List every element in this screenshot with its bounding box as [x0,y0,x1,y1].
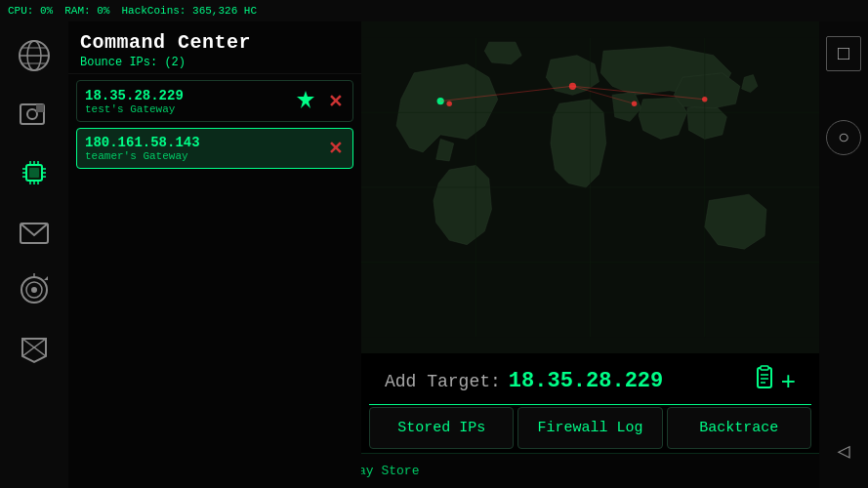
status-bar: CPU: 0% RAM: 0% HackCoins: 365,326 HC [0,0,868,21]
ip-address-2: 180.161.58.143 [85,135,326,150]
bottom-area: Add Target: 18.35.28.229 + Stored IPs Fi… [361,358,819,449]
bounce-ips-label: Bounce IPs: (2) [80,56,350,69]
back-button[interactable]: ◁ [826,433,861,468]
command-center-header: Command Center Bounce IPs: (2) [68,21,361,74]
add-ip-button[interactable]: + [781,366,796,396]
ip-info-1: 18.35.28.229 test's Gateway [85,88,293,115]
remove-ip-button-1[interactable]: ✕ [326,89,345,114]
svg-point-41 [446,102,451,106]
svg-rect-47 [761,366,768,370]
set-target-button-1[interactable] [293,87,318,115]
svg-rect-7 [36,104,44,112]
sidebar-item-chip[interactable] [8,146,61,199]
left-panel: Command Center Bounce IPs: (2) 18.35.28.… [68,21,361,488]
add-target-ip: 18.35.28.229 [509,369,663,393]
map-area [361,21,819,353]
command-center-title: Command Center [80,31,350,54]
sidebar [0,21,68,488]
right-panel: □ ○ ◁ [819,21,868,488]
tab-buttons: Stored IPs Firewall Log Backtrace [369,407,811,449]
sidebar-item-disk[interactable] [8,88,61,141]
cpu-stat: CPU: 0% [8,5,53,17]
tab-backtrace[interactable]: Backtrace [667,407,811,449]
svg-point-25 [31,287,37,293]
sidebar-item-road[interactable] [8,322,61,375]
square-button[interactable]: □ [826,36,861,71]
ip-gateway-2: teamer's Gateway [85,150,326,162]
tab-firewall-log[interactable]: Firewall Log [517,407,662,449]
remove-ip-button-2[interactable]: ✕ [326,136,345,161]
clipboard-button[interactable] [750,364,777,398]
circle-button[interactable]: ○ [826,120,861,155]
svg-point-6 [27,109,37,119]
ip-info-2: 180.161.58.143 teamer's Gateway [85,135,326,162]
ip-actions-2: ✕ [326,136,345,161]
ip-entry-1[interactable]: 18.35.28.229 test's Gateway ✕ [76,80,353,122]
add-target-row: Add Target: 18.35.28.229 + [369,358,811,405]
sidebar-item-mail[interactable] [8,205,61,258]
ram-stat: RAM: 0% [64,5,109,17]
hackcoins-stat: HackCoins: 365,326 HC [121,5,257,17]
svg-marker-30 [297,91,314,108]
ip-gateway-1: test's Gateway [85,103,293,115]
ip-entry-2[interactable]: 180.161.58.143 teamer's Gateway ✕ [76,128,353,169]
add-target-icons: + [750,364,796,398]
add-target-label: Add Target: [385,372,501,391]
svg-rect-9 [29,168,39,178]
ip-actions-1: ✕ [293,87,345,115]
ip-list: 18.35.28.229 test's Gateway ✕ 180.161.58… [68,74,361,181]
sidebar-item-globe[interactable] [8,29,61,82]
tab-stored-ips[interactable]: Stored IPs [369,407,514,449]
svg-rect-46 [758,368,771,387]
sidebar-item-target[interactable] [8,264,61,316]
ip-address-1: 18.35.28.229 [85,88,293,103]
